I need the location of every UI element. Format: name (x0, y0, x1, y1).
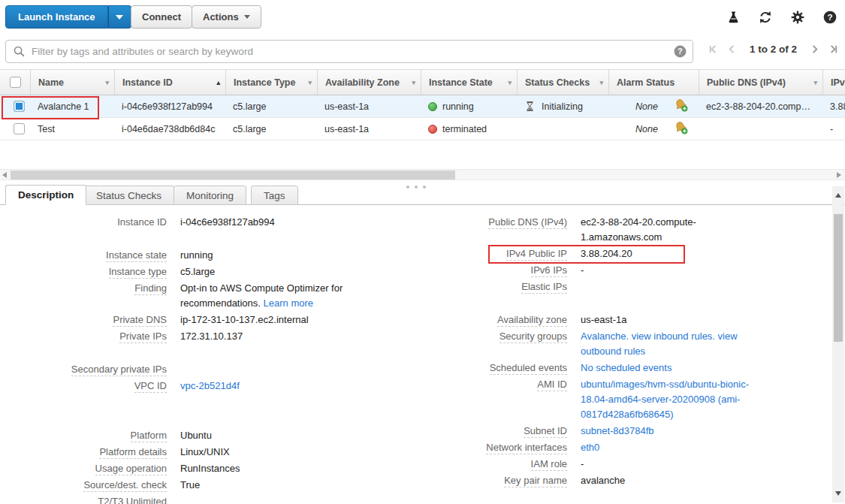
scheduled-events-link[interactable]: No scheduled events (581, 362, 671, 373)
column-header-instance-state[interactable]: Instance State ▾ (421, 70, 517, 95)
public-dns-value: ec2-3-88-204-20.compute-1.amazonaws.com (581, 215, 765, 245)
connect-button[interactable]: Connect (131, 5, 192, 29)
detail-row: Usage operation RunInstances (6, 461, 423, 476)
filter-help-icon[interactable]: ? (673, 44, 687, 59)
horizontal-scrollbar-thumb[interactable] (11, 171, 455, 180)
table-header-row: Name ▾ Instance ID ▴ Instance Type ▾ Ava… (0, 69, 845, 95)
table-row[interactable]: Test i-04e6dae738db6d84c c5.large us-eas… (0, 118, 845, 140)
detail-row: Platform Ubuntu (6, 428, 423, 443)
filter-input[interactable] (32, 46, 673, 57)
chevron-down-icon (244, 15, 250, 19)
select-all-checkbox[interactable] (10, 77, 21, 88)
cell-ipv4-public-ip: - (822, 118, 845, 140)
panel-resize-handle[interactable] (406, 186, 426, 189)
scroll-up-arrow-icon[interactable] (835, 193, 841, 198)
tab-monitoring[interactable]: Monitoring (174, 186, 246, 205)
detail-row: T2/T3 Unlimited (6, 494, 423, 504)
page-count: 1 to 2 of 2 (750, 44, 797, 55)
tab-status-checks[interactable]: Status Checks (83, 186, 174, 205)
detail-row: Availability zone us-east-1a (423, 312, 832, 327)
cell-name: Test (30, 118, 114, 140)
column-header-public-dns[interactable]: Public DNS (IPv4) ▾ (699, 70, 822, 95)
cell-name: Avalanche 1 (30, 95, 114, 117)
actions-button-label: Actions (203, 11, 239, 23)
network-interfaces-link[interactable]: eth0 (581, 442, 599, 453)
cell-instance-type: c5.large (225, 118, 317, 140)
cell-public-dns: ec2-3-88-204-20.comp… (699, 95, 822, 117)
private-dns-value: ip-172-31-10-137.ec2.internal (180, 312, 357, 327)
sort-caret-icon: ▴ (216, 79, 220, 86)
subnet-id-link[interactable]: subnet-8d3784fb (581, 425, 654, 436)
detail-row: Subnet ID subnet-8d3784fb (423, 424, 832, 439)
scroll-down-arrow-icon[interactable] (835, 491, 841, 496)
tab-description[interactable]: Description (5, 185, 86, 205)
settings-gear-icon[interactable] (790, 10, 805, 25)
last-page-icon[interactable] (828, 44, 839, 55)
table-row[interactable]: Avalanche 1 i-04c6e938f127ab994 c5.large… (0, 95, 845, 118)
ami-id-link[interactable]: ubuntu/images/hvm-ssd/ubuntu-bionic-18.0… (581, 379, 749, 420)
search-box[interactable]: ? (5, 40, 693, 63)
select-all-checkbox-cell (0, 70, 30, 95)
toolbar-icons: ? (726, 10, 837, 25)
first-page-icon[interactable] (708, 44, 719, 55)
detail-row: IAM role - (423, 457, 832, 472)
iam-role-value: - (581, 457, 765, 472)
usage-operation-value: RunInstances (180, 461, 357, 476)
details-right-column: Public DNS (IPv4) ec2-3-88-204-20.comput… (423, 215, 832, 504)
hourglass-icon (524, 101, 536, 112)
cell-status-checks (517, 118, 608, 140)
sort-caret-icon: ▾ (412, 79, 415, 86)
pagination: 1 to 2 of 2 (708, 44, 839, 55)
key-pair-name-value: avalanche (581, 473, 765, 488)
ipv4-public-ip-value: 3.88.204.20 (581, 246, 765, 261)
security-groups-link[interactable]: Avalanche. view inbound rules. view outb… (581, 330, 738, 357)
create-alarm-bell-icon[interactable] (674, 98, 688, 112)
help-icon[interactable]: ? (822, 10, 837, 25)
prev-page-icon[interactable] (726, 44, 738, 55)
sort-caret-icon: ▾ (308, 79, 312, 86)
refresh-icon[interactable] (758, 10, 773, 25)
create-alarm-bell-icon[interactable] (674, 121, 688, 134)
column-header-instance-type[interactable]: Instance Type ▾ (225, 70, 317, 95)
column-header-alarm-status[interactable]: Alarm Status (608, 70, 699, 95)
column-header-ipv4-public-ip[interactable]: IPv4 Public IP (822, 70, 845, 95)
detail-row: Secondary private IPs (6, 362, 423, 377)
row-checkbox[interactable] (14, 101, 25, 112)
column-header-instance-id[interactable]: Instance ID ▴ (114, 70, 225, 95)
vertical-scrollbar[interactable] (832, 186, 844, 502)
detail-row: Network interfaces eth0 (423, 440, 832, 455)
detail-row: Instance type c5.large (6, 264, 423, 279)
vpc-id-link[interactable]: vpc-2b521d4f (180, 380, 240, 391)
terminated-state-icon (428, 125, 437, 134)
detail-row: IPv4 Public IP 3.88.204.20 (423, 246, 832, 261)
horizontal-scrollbar[interactable] (0, 169, 845, 180)
actions-button[interactable]: Actions (192, 5, 261, 29)
launch-instance-dropdown-button[interactable] (108, 5, 131, 29)
scroll-right-arrow-icon[interactable] (837, 172, 841, 178)
sort-caret-icon: ▾ (105, 79, 109, 86)
cell-alarm-status: None (608, 118, 699, 140)
column-header-name[interactable]: Name ▾ (30, 70, 114, 95)
detail-row: Instance ID i-04c6e938f127ab994 (6, 215, 423, 230)
source-dest-check-value: True (180, 478, 357, 493)
detail-row: Security groups Avalanche. view inbound … (423, 329, 832, 359)
next-page-icon[interactable] (809, 44, 820, 55)
scroll-left-arrow-icon[interactable] (2, 172, 7, 178)
column-header-availability-zone[interactable]: Availability Zone ▾ (317, 70, 421, 95)
launch-instance-button[interactable]: Launch Instance (5, 5, 108, 29)
description-panel: Instance ID i-04c6e938f127ab994 Instance… (0, 205, 832, 504)
vertical-scrollbar-thumb[interactable] (834, 214, 843, 342)
tab-tags[interactable]: Tags (251, 186, 298, 205)
detail-row: Public DNS (IPv4) ec2-3-88-204-20.comput… (423, 215, 832, 245)
running-state-icon (428, 102, 437, 111)
platform-value: Ubuntu (180, 428, 357, 443)
detail-row: Platform details Linux/UNIX (6, 445, 423, 460)
launch-instance-split-button: Launch Instance (5, 5, 131, 29)
detail-row: Key pair name avalanche (423, 473, 832, 488)
svg-text:?: ? (827, 12, 832, 22)
row-checkbox[interactable] (14, 123, 25, 134)
sort-caret-icon: ▾ (599, 79, 603, 86)
learn-more-link[interactable]: Learn more (264, 297, 313, 309)
experiments-flask-icon[interactable] (726, 11, 741, 25)
column-header-status-checks[interactable]: Status Checks ▾ (517, 70, 608, 95)
